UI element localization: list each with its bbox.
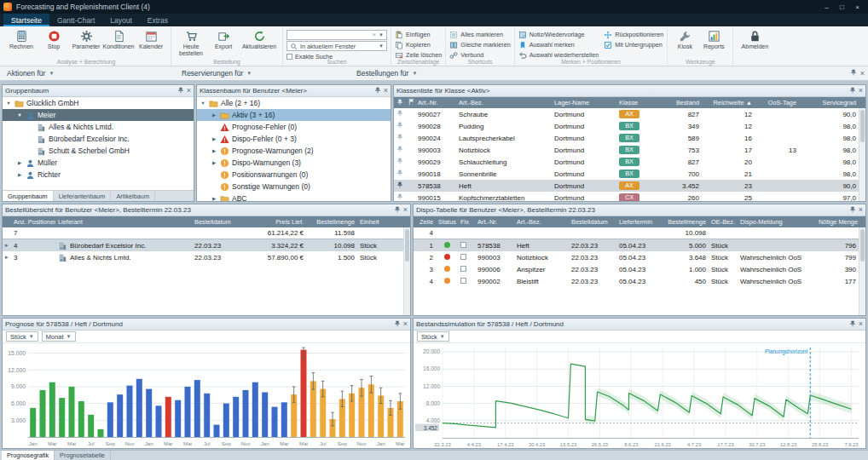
tree-item[interactable]: ▼Meier bbox=[3, 109, 194, 121]
tree-item[interactable]: ▼Alle (2 + 16) bbox=[197, 97, 391, 109]
column-header[interactable]: Reichweite ▲ bbox=[702, 99, 755, 106]
export-button[interactable]: Export bbox=[207, 28, 240, 50]
kiosk-button[interactable]: Kiosk bbox=[671, 28, 698, 50]
expander-icon[interactable]: ▶ bbox=[211, 160, 217, 165]
column-header[interactable]: OoS-Tage bbox=[755, 99, 799, 106]
pin-icon[interactable] bbox=[177, 87, 184, 95]
expander-icon[interactable]: ▶ bbox=[211, 112, 217, 118]
dispo-row[interactable]: 2990003Notizblock22.03.2305.04.233.648St… bbox=[414, 251, 865, 263]
expander-icon[interactable]: ▶ bbox=[211, 148, 217, 153]
tree-item[interactable]: ▶Dispo-Fehler (0 + 3) bbox=[197, 133, 391, 145]
tab-extras[interactable]: Extras bbox=[140, 14, 176, 26]
rueckpositionieren-button[interactable]: Rückpositionieren bbox=[604, 30, 663, 39]
article-row[interactable]: 990024LautsprecherkabelDortmundBX5891698… bbox=[394, 132, 865, 144]
close-icon[interactable]: × bbox=[187, 87, 191, 95]
vertical-scrollbar[interactable] bbox=[403, 227, 410, 315]
notiz-wiedervorlage-button[interactable]: Notiz/Wiedervorlage bbox=[518, 30, 599, 39]
column-header[interactable]: Zeile bbox=[414, 218, 436, 226]
alles-markieren-button[interactable]: Alles markieren bbox=[449, 30, 510, 39]
close-icon[interactable]: × bbox=[859, 320, 863, 328]
unit-select[interactable]: Stück▼ bbox=[6, 331, 38, 342]
bestellungen-fuer-dropdown[interactable]: Bestellungen für▼ bbox=[356, 69, 531, 78]
column-header[interactable]: Klasse bbox=[616, 99, 654, 106]
close-icon[interactable]: × bbox=[859, 87, 863, 95]
column-header[interactable]: Preis Lief. bbox=[245, 218, 306, 226]
tree-item[interactable]: Bürobedarf Excelsior Inc. bbox=[3, 133, 194, 145]
expander-icon[interactable]: ▼ bbox=[16, 112, 23, 118]
column-header[interactable]: Art.-Bez. bbox=[456, 99, 552, 106]
bottom-tab-prognosegrafik[interactable]: Prognosegrafik bbox=[2, 451, 55, 460]
column-header[interactable]: Dispo-Meldung bbox=[738, 218, 816, 226]
order-row[interactable]: ▸4Bürobedarf Excelsior Inc.22.03.233.324… bbox=[3, 239, 410, 251]
auswahl-merken-button[interactable]: Auswahl merken bbox=[518, 40, 599, 49]
fix-checkbox[interactable] bbox=[458, 266, 475, 273]
close-icon[interactable]: × bbox=[384, 87, 388, 95]
column-header[interactable]: Lager-Name bbox=[552, 99, 616, 106]
dispo-row[interactable]: 1578538Heft22.03.2305.04.235.000Stück796 bbox=[414, 239, 865, 251]
close-button[interactable]: × bbox=[850, 2, 865, 12]
stop-button[interactable]: Stop bbox=[38, 28, 70, 50]
pin-icon[interactable] bbox=[394, 320, 401, 329]
column-header[interactable]: Bestellmenge bbox=[306, 218, 357, 226]
search-input[interactable]: × ▼ bbox=[286, 30, 387, 40]
maximize-button[interactable]: □ bbox=[835, 2, 849, 12]
tree-item[interactable]: Schutt & Scherbel GmbH bbox=[3, 145, 194, 157]
kalender-button[interactable]: Kalender bbox=[135, 28, 167, 50]
heute-bestellen-button[interactable]: Heute bestellen bbox=[175, 28, 207, 56]
expander-icon[interactable]: ▶ bbox=[211, 196, 217, 201]
parameter-button[interactable]: Parameter bbox=[70, 28, 102, 50]
bottom-tab-prognosetabelle[interactable]: Prognosetabelle bbox=[55, 451, 111, 460]
clear-search-icon[interactable]: × bbox=[372, 32, 376, 38]
mit-untergruppen-checkbox[interactable]: Mit Untergruppen bbox=[604, 40, 663, 49]
fix-checkbox[interactable] bbox=[458, 242, 475, 250]
reports-button[interactable]: Reports bbox=[698, 28, 729, 50]
tree-item[interactable]: Positionswarnungen (0) bbox=[197, 169, 391, 181]
column-header[interactable]: Lieferant bbox=[55, 218, 192, 226]
article-row[interactable]: 578538HeftDortmundAX3.4522390,0 bbox=[394, 180, 865, 192]
column-header[interactable]: Bestand bbox=[654, 99, 702, 106]
article-row[interactable]: 990029SchlauchleitungDortmundBX8272098,0 bbox=[394, 156, 865, 168]
expander-icon[interactable]: ▼ bbox=[5, 101, 12, 106]
fix-checkbox[interactable] bbox=[458, 278, 475, 285]
tree-item[interactable]: Prognose-Fehler (0) bbox=[197, 121, 391, 133]
article-row[interactable]: 990028PuddingDortmundBX3491298,0 bbox=[394, 120, 865, 132]
pin-icon[interactable] bbox=[374, 87, 381, 95]
column-header[interactable]: Bestelldatum bbox=[569, 218, 616, 226]
column-header[interactable]: Servicegrad bbox=[799, 99, 859, 106]
tree-tab-lieferantenbaum[interactable]: Lieferantenbaum bbox=[54, 191, 112, 201]
tab-gantt-chart[interactable]: Gantt-Chart bbox=[49, 14, 102, 26]
tree-tab-gruppenbaum[interactable]: Gruppenbaum bbox=[3, 191, 54, 201]
dispo-row[interactable]: 4990002Bleistift22.03.2305.04.23450Stück… bbox=[414, 275, 865, 287]
einfuegen-button[interactable]: Einfügen bbox=[395, 30, 442, 39]
column-header[interactable]: Bestelldatum bbox=[192, 218, 245, 226]
column-header[interactable]: Einheit bbox=[357, 218, 403, 226]
expander-icon[interactable]: ▶ bbox=[16, 172, 23, 177]
unit-select[interactable]: Stück▼ bbox=[417, 331, 449, 342]
column-header[interactable]: Status bbox=[436, 218, 458, 226]
tree-item[interactable]: ▶Dispo-Warnungen (3) bbox=[197, 157, 391, 169]
column-header[interactable]: OE-Bez. bbox=[709, 218, 738, 226]
pin-icon[interactable] bbox=[849, 320, 856, 329]
article-row[interactable]: 990027SchraubeDortmundAX8271290,0 bbox=[394, 108, 865, 120]
article-row[interactable]: 990015KopfschmerztablettenDortmundCX2602… bbox=[394, 192, 865, 201]
abmelden-button[interactable]: Abmelden bbox=[737, 28, 773, 50]
close-icon[interactable]: × bbox=[860, 70, 865, 78]
expander-icon[interactable]: ▼ bbox=[200, 101, 206, 106]
kopieren-button[interactable]: Kopieren bbox=[395, 40, 442, 49]
tree-item[interactable]: ▶Richter bbox=[3, 169, 194, 181]
chevron-down-icon[interactable]: ▼ bbox=[379, 32, 384, 37]
expander-icon[interactable]: ▶ bbox=[16, 160, 23, 165]
close-icon[interactable]: × bbox=[403, 320, 408, 328]
tree-item[interactable]: ▶Müller bbox=[3, 157, 194, 169]
column-header[interactable]: Fix bbox=[458, 218, 475, 226]
aktionen-fuer-dropdown[interactable]: Aktionen für▼ bbox=[7, 69, 182, 78]
column-header[interactable]: Bestellmenge bbox=[664, 218, 709, 226]
column-header[interactable]: Art.-Nr. bbox=[415, 99, 456, 106]
tree-item[interactable]: ▶Aktiv (3 + 16) bbox=[197, 109, 391, 121]
column-header[interactable]: Nötige Menge bbox=[816, 218, 859, 226]
pin-icon[interactable] bbox=[394, 206, 401, 215]
aktualisieren-button[interactable]: Aktualisieren bbox=[240, 28, 279, 50]
gleiche-markieren-button[interactable]: Gleiche markieren bbox=[449, 40, 510, 49]
tree-item[interactable]: ▶Prognose-Warnungen (2) bbox=[197, 145, 391, 157]
close-icon[interactable]: × bbox=[859, 206, 863, 214]
